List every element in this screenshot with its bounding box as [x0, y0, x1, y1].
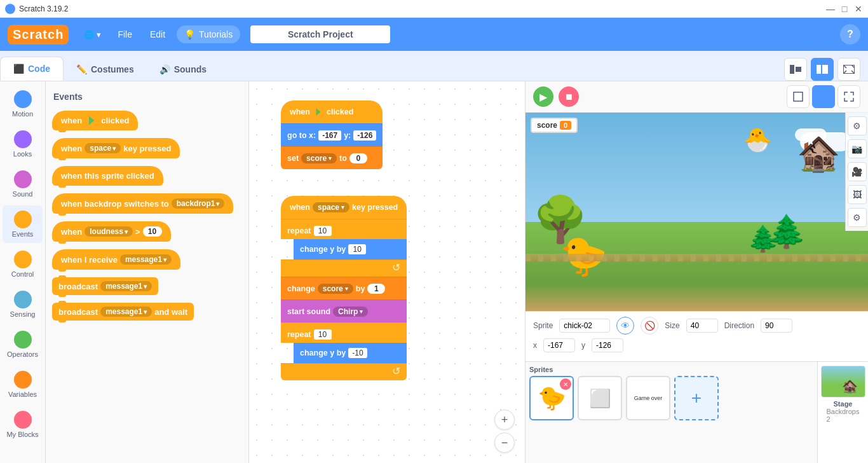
y-coord-input[interactable] — [592, 338, 623, 352]
sidebar-item-events[interactable]: Events — [3, 205, 43, 243]
space-key-dropdown[interactable]: space — [313, 202, 349, 212]
change-y-10-block[interactable]: change y by 10 — [294, 239, 407, 259]
script-area[interactable]: when clicked go to x: -167 y: -126 set s… — [249, 81, 525, 463]
sprite-thumb-chick[interactable]: 🐤 ✕ — [529, 376, 574, 420]
stage-tool-video[interactable]: 🎥 — [848, 162, 867, 181]
block-when-loudness[interactable]: when loudness > 10 — [51, 219, 243, 244]
change-score-dropdown[interactable]: score — [318, 284, 353, 294]
chirp-sound-dropdown[interactable]: Chirp — [333, 307, 368, 317]
project-name-input[interactable] — [250, 25, 390, 43]
set-score-block[interactable]: set score to 0 — [281, 146, 383, 169]
stage-small-btn[interactable] — [784, 58, 807, 81]
block-broadcast-shape[interactable]: broadcast message1 — [52, 277, 158, 295]
sprite-delete-btn-1[interactable]: ✕ — [560, 378, 571, 390]
edit-menu[interactable]: Edit — [144, 25, 172, 43]
sidebar-item-variables[interactable]: Variables — [3, 366, 43, 403]
repeat-10-top-2[interactable]: repeat 10 — [281, 322, 407, 343]
green-flag-btn[interactable]: ▶ — [533, 86, 553, 107]
broadcast-dropdown[interactable]: message1 — [100, 281, 152, 291]
sprite-show-btn[interactable]: 👁 — [616, 317, 634, 335]
block-broadcast[interactable]: broadcast message1 — [51, 275, 243, 298]
stage-full-view-btn[interactable] — [837, 85, 860, 108]
block-when-receive[interactable]: when I receive message1 — [51, 247, 243, 272]
tab-code[interactable]: ⬛ Code — [0, 57, 64, 81]
stage-tool-settings[interactable]: ⚙ — [848, 116, 867, 135]
receive-dropdown[interactable]: message1 — [120, 254, 172, 265]
loudness-dropdown[interactable]: loudness — [85, 226, 133, 237]
block-broadcast-wait[interactable]: broadcast message1 and wait — [51, 300, 243, 323]
tab-costumes[interactable]: ✏️ Costumes — [64, 58, 147, 81]
block-when-key-shape[interactable]: when space key pressed — [52, 138, 180, 158]
block-when-key-pressed[interactable]: when space key pressed — [51, 135, 243, 161]
repeat-arrow-2: ↺ — [281, 363, 407, 380]
change-score-block[interactable]: change score by 1 — [281, 277, 407, 300]
sprite-thumb-gameover[interactable]: Game over — [626, 376, 670, 420]
help-button[interactable]: ? — [840, 24, 860, 45]
when-flag-clicked-block[interactable]: when clicked — [281, 100, 383, 123]
sprite-hide-btn[interactable]: 🚫 — [641, 317, 658, 335]
add-sprite-btn[interactable]: + — [674, 376, 719, 420]
stage-thumb-img[interactable]: 🏚️ — [821, 366, 865, 397]
block-when-backdrop-shape[interactable]: when backdrop switches to backdrop1 — [52, 193, 233, 214]
stage-fullscreen-btn[interactable] — [837, 58, 860, 81]
block-when-receive-shape[interactable]: when I receive message1 — [52, 249, 180, 270]
stage-tool-gear2[interactable]: ⚙ — [848, 208, 867, 227]
change-y-10-val[interactable]: 10 — [348, 244, 366, 254]
stage-medium-btn[interactable] — [811, 58, 834, 81]
stage-half-view-btn[interactable] — [812, 85, 835, 108]
backdrop-dropdown[interactable]: backdrop1 — [172, 198, 225, 209]
sprite-info-row-2: x y — [533, 338, 860, 352]
sidebar-item-control[interactable]: Control — [3, 245, 43, 283]
loudness-value[interactable]: 10 — [143, 226, 162, 237]
block-when-sprite-shape[interactable]: when this sprite clicked — [52, 166, 163, 186]
tab-sounds[interactable]: 🔊 Sounds — [147, 58, 219, 81]
zoom-in-btn[interactable]: + — [494, 410, 515, 430]
repeat-10-val[interactable]: 10 — [314, 226, 332, 236]
size-input[interactable] — [686, 319, 718, 333]
sidebar-item-sensing[interactable]: Sensing — [3, 286, 43, 323]
maximize-btn[interactable]: □ — [840, 4, 849, 13]
block-when-backdrop[interactable]: when backdrop switches to backdrop1 — [51, 191, 243, 216]
sidebar-item-looks[interactable]: Looks — [3, 125, 43, 163]
direction-input[interactable] — [761, 319, 792, 333]
stage-canvas[interactable]: 🌳 🏚️ 🌲 🌲 🐤 🐣 score 0 ⚙ — [526, 113, 868, 311]
stage-normal-view-btn[interactable] — [787, 85, 810, 108]
change-score-by-val[interactable]: 1 — [367, 284, 385, 294]
start-sound-block[interactable]: start sound Chirp — [281, 300, 407, 322]
change-y-neg10-block[interactable]: change y by -10 — [294, 343, 407, 363]
block-when-flag-clicked-shape[interactable]: when clicked — [52, 111, 138, 130]
block-when-loudness-shape[interactable]: when loudness > 10 — [52, 221, 171, 242]
close-btn[interactable]: ✕ — [854, 4, 863, 13]
sprite-thumb-blank[interactable]: ⬜ — [578, 376, 622, 420]
repeat-10-val-2[interactable]: 10 — [314, 329, 332, 340]
change-y-neg10-val[interactable]: -10 — [348, 348, 367, 358]
score-to-input[interactable]: 0 — [349, 153, 367, 163]
sidebar-item-myblocks[interactable]: My Blocks — [3, 406, 43, 443]
key-dropdown[interactable]: space — [85, 143, 121, 153]
x-input[interactable]: -167 — [318, 130, 341, 141]
broadcast-wait-dropdown[interactable]: message1 — [100, 307, 152, 317]
minimize-btn[interactable]: — — [826, 4, 835, 13]
repeat-10-top[interactable]: repeat 10 — [281, 219, 407, 239]
when-space-pressed-block[interactable]: when space key pressed — [281, 196, 407, 219]
sidebar-item-sound[interactable]: Sound — [3, 165, 43, 203]
y-input[interactable]: -126 — [353, 130, 376, 141]
file-menu[interactable]: File — [111, 25, 139, 43]
sprites-header: Sprites — [529, 366, 813, 373]
stage-tool-camera[interactable]: 📷 — [848, 139, 867, 158]
tutorials-button[interactable]: 💡 Tutorials — [177, 25, 240, 43]
sidebar-item-operators[interactable]: Operators — [3, 326, 43, 363]
costumes-tab-icon: ✏️ — [76, 64, 87, 74]
zoom-out-btn[interactable]: − — [494, 432, 515, 453]
x-coord-input[interactable] — [543, 338, 575, 352]
sidebar-item-motion[interactable]: Motion — [3, 85, 43, 123]
go-to-xy-block[interactable]: go to x: -167 y: -126 — [281, 123, 383, 146]
stop-btn[interactable]: ⏹ — [559, 86, 579, 107]
block-when-sprite-clicked[interactable]: when this sprite clicked — [51, 163, 243, 188]
sprite-name-input[interactable] — [559, 319, 610, 333]
block-broadcast-wait-shape[interactable]: broadcast message1 and wait — [52, 303, 194, 321]
score-var-dropdown[interactable]: score — [301, 153, 337, 163]
language-selector[interactable]: 🌐 ▾ — [79, 27, 106, 42]
block-when-flag-clicked[interactable]: when clicked — [51, 108, 243, 133]
stage-tool-image[interactable]: 🖼 — [848, 185, 867, 204]
